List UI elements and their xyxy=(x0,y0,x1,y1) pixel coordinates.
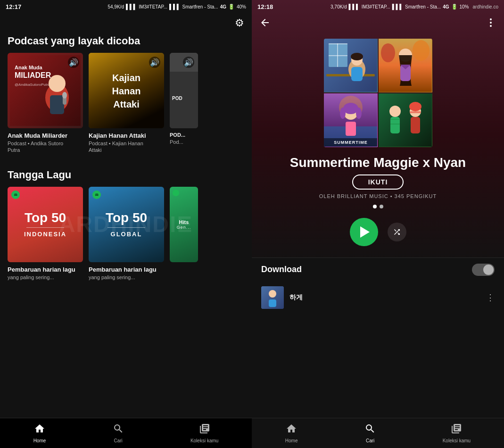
svg-point-29 xyxy=(351,53,363,60)
play-button[interactable] xyxy=(350,218,378,246)
download-toggle[interactable] xyxy=(472,264,495,276)
left-nav-home[interactable]: Home xyxy=(33,423,46,443)
svg-rect-58 xyxy=(269,299,276,307)
chart-top50-indonesia: Top 50 xyxy=(25,211,66,224)
chart-card-global[interactable]: Top 50 GLOBAL Pembaruan harian lagu yang… xyxy=(89,187,164,281)
chart-country-third: Gen... xyxy=(177,225,191,230)
cover-cell-3: SUMMERTIME xyxy=(324,93,378,147)
speaker-icon-3: 🔊 xyxy=(183,57,194,68)
left-bottom-nav: Home Cari Koleksi kamu xyxy=(0,418,252,448)
play-area xyxy=(252,218,504,246)
shuffle-button[interactable] xyxy=(388,223,406,241)
chart-meta-global: yang paling sering... xyxy=(89,274,164,281)
chart-row: Top 50 INDONESIA Pembaruan harian lagu y… xyxy=(0,187,252,281)
dot-2 xyxy=(380,205,383,208)
left-smartfren: Smartfren - Sta... xyxy=(182,4,218,9)
chart-divider-global xyxy=(107,227,145,228)
right-status-icons: 3,70K/d ▌▌▌ IM3#TETAP... ▌▌▌ Smartfren -… xyxy=(330,4,498,10)
right-header xyxy=(252,13,504,35)
podcast-section-title: Podcast yang layak dicoba xyxy=(0,31,252,53)
track-item: 하게 ⋮ xyxy=(252,282,504,314)
svg-rect-54 xyxy=(410,111,421,113)
left-gen: 4G xyxy=(220,4,226,9)
left-nav-library[interactable]: Koleksi kamu xyxy=(190,423,218,443)
track-more-button[interactable]: ⋮ xyxy=(486,292,495,303)
svg-text:Anak Muda: Anak Muda xyxy=(15,65,43,70)
svg-point-18 xyxy=(490,18,492,20)
left-header: ⚙ xyxy=(0,13,252,31)
chart-top50-third: Hits xyxy=(179,219,189,225)
chart-name-global: Pembaruan harian lagu xyxy=(89,266,164,273)
artist-meta: OLEH BRILLIANT MUSIC • 345 PENGIKUT xyxy=(252,193,504,199)
home-icon-right xyxy=(286,423,297,436)
left-nav-search[interactable]: Cari xyxy=(113,423,124,443)
settings-icon[interactable]: ⚙ xyxy=(235,17,244,29)
svg-rect-30 xyxy=(351,67,363,81)
track-thumb-illustration xyxy=(261,286,284,309)
speaker-icon-1: 🔊 xyxy=(68,57,79,68)
svg-text:@AndikaSutoroPutra: @AndikaSutoroPutra xyxy=(15,83,50,87)
back-button[interactable] xyxy=(259,17,271,31)
artist-name: Summertime Maggie x Nyan xyxy=(252,155,504,174)
follow-button-container: IKUTI xyxy=(252,174,504,190)
right-panel: 12:18 3,70K/d ▌▌▌ IM3#TETAP... ▌▌▌ Smart… xyxy=(252,0,504,448)
svg-point-20 xyxy=(490,25,492,27)
right-nav-search-label: Cari xyxy=(366,438,374,443)
chart-country-indonesia: INDONESIA xyxy=(24,231,66,238)
cover-illustration-4 xyxy=(379,93,432,147)
svg-rect-53 xyxy=(411,117,420,133)
follow-button[interactable]: IKUTI xyxy=(352,174,404,190)
svg-rect-6 xyxy=(50,95,64,114)
left-signal-icon: ▌▌▌ xyxy=(169,4,180,9)
right-nav-search[interactable]: Cari xyxy=(364,423,376,443)
search-icon-left xyxy=(113,423,124,436)
cover-illustration-2 xyxy=(379,39,432,92)
right-status-time: 12:18 xyxy=(257,3,273,10)
podcast-thumb-anak-muda: Anak Muda MILIADER @AndikaSutoroPutra xyxy=(8,53,83,128)
page-dots xyxy=(252,205,504,208)
spotify-logo-global xyxy=(92,191,101,199)
svg-point-41 xyxy=(340,108,346,119)
left-carrier: IM3#TETAP... xyxy=(139,4,167,9)
right-nav-home[interactable]: Home xyxy=(285,423,298,443)
left-status-bar: 12:17 54,9K/d ▌▌▌ IM3#TETAP... ▌▌▌ Smart… xyxy=(0,0,252,13)
svg-point-48 xyxy=(389,106,401,117)
podcast-card-kajian[interactable]: Kajian Hanan Attaki 🔊 Kajian Hanan Attak… xyxy=(89,53,164,154)
right-network-speed: 3,70K/d xyxy=(330,4,347,9)
download-section: Download xyxy=(252,257,504,282)
svg-text:Attaki: Attaki xyxy=(113,99,140,109)
left-battery-pct: 40% xyxy=(237,4,246,9)
svg-point-33 xyxy=(413,40,430,61)
left-status-icons: 54,9K/d ▌▌▌ IM3#TETAP... ▌▌▌ Smartfren -… xyxy=(107,4,246,10)
cover-cell-4 xyxy=(379,93,432,147)
podcast-card-anak-muda[interactable]: Anak Muda MILIADER @AndikaSutoroPutra xyxy=(8,53,83,154)
left-panel: 12:17 54,9K/d ▌▌▌ IM3#TETAP... ▌▌▌ Smart… xyxy=(0,0,252,448)
chart-card-indonesia[interactable]: Top 50 INDONESIA Pembaruan harian lagu y… xyxy=(8,187,83,281)
podcast-card-third[interactable]: POD 🔊 POD... Pod... xyxy=(170,53,198,154)
cover-illustration-1 xyxy=(324,39,377,92)
right-nav-home-label: Home xyxy=(285,438,298,443)
podcast-thumb-kajian: Kajian Hanan Attaki 🔊 xyxy=(89,53,164,128)
chart-thumb-global: Top 50 GLOBAL xyxy=(89,187,164,262)
svg-point-55 xyxy=(409,102,421,111)
podcast-name-1: Anak Muda Miliarder xyxy=(8,132,83,139)
track-name: 하게 xyxy=(289,293,480,302)
chart-card-third[interactable]: Hits Gen... xyxy=(170,187,198,281)
right-nav-library[interactable]: Koleksi kamu xyxy=(443,423,471,443)
home-icon-left xyxy=(34,423,45,436)
left-nav-library-label: Koleksi kamu xyxy=(190,438,218,443)
spotify-logo-indonesia xyxy=(11,191,20,199)
cover-illustration-3: SUMMERTIME xyxy=(324,93,377,147)
chart-top50-global: Top 50 xyxy=(106,211,147,224)
track-info: 하게 xyxy=(289,293,480,302)
svg-point-19 xyxy=(490,22,492,24)
right-nav-library-label: Koleksi kamu xyxy=(443,438,471,443)
left-signal-bars-icon: ▌▌▌ xyxy=(126,4,137,9)
chart-thumb-indonesia: Top 50 INDONESIA xyxy=(8,187,83,262)
more-options-button[interactable] xyxy=(485,17,496,31)
cover-cell-1 xyxy=(324,39,378,92)
podcast-meta-1: Podcast • Andika Sutoro Putra xyxy=(8,140,83,154)
svg-point-5 xyxy=(49,75,66,92)
shuffle-icon xyxy=(393,228,401,236)
tangga-lagu-title: Tangga Lagu xyxy=(0,165,252,187)
